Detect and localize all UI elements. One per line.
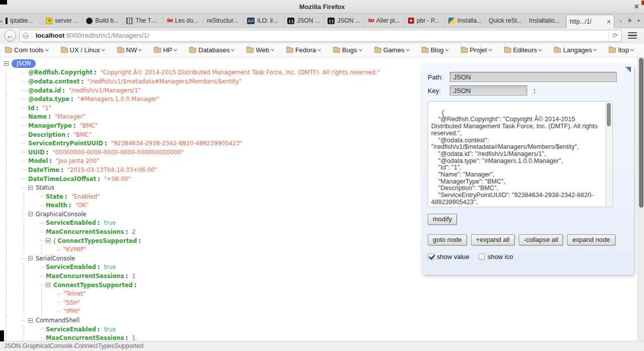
modify-button[interactable]: modify	[428, 214, 457, 225]
bookmark-folder-nw[interactable]: NW	[117, 46, 142, 54]
tree-leaf-value[interactable]: "Telnet"	[4, 289, 644, 298]
expand-all-button[interactable]: +expand all	[471, 234, 515, 245]
folder-icon	[609, 48, 616, 53]
json-icon: { }	[287, 18, 294, 24]
collapse-toggle-icon[interactable]	[46, 238, 50, 243]
folder-icon	[286, 48, 293, 53]
node-colon: :	[98, 219, 100, 226]
goto-node-button[interactable]: goto node	[428, 234, 467, 245]
collapse-toggle-icon[interactable]	[28, 186, 33, 190]
page-content: JSON@Redfish.Copyright:"Copyright Â© 201…	[0, 57, 644, 341]
tree-node-serviceenabled[interactable]: ServiceEnabled:true	[4, 325, 644, 334]
hamburger-menu-icon[interactable]	[625, 30, 640, 41]
tree-guide-line	[24, 192, 39, 201]
node-value: "Telnet"	[63, 290, 86, 297]
bookmark-label: Databases	[198, 46, 229, 54]
node-value: "#Managers.1.0.0.Manager"	[77, 96, 160, 103]
bookmark-folder-itop[interactable]: Itop	[609, 46, 633, 54]
node-key: ManagerType	[28, 122, 72, 129]
bookmark-folder-fedora[interactable]: Fedora	[286, 46, 320, 54]
tree-leaf-value[interactable]: "SSH"	[4, 298, 644, 307]
back-button[interactable]: ←	[4, 30, 16, 42]
key-input[interactable]: JSON	[450, 85, 527, 96]
window-close-icon[interactable]: ✕	[633, 3, 639, 11]
tab-pbr-p[interactable]: pbr - P...	[405, 14, 445, 28]
bookmark-folder-com-tools[interactable]: Com tools	[5, 46, 48, 54]
tree-leaf-value[interactable]: "IPMI"	[4, 307, 644, 316]
bookmark-label: Web	[256, 46, 269, 54]
tab-restructur[interactable]: reStructur...	[204, 14, 244, 28]
collapse-toggle-icon[interactable]	[46, 283, 50, 287]
sm-icon: ŚM	[167, 18, 173, 23]
tab-iptable[interactable]: iptable...	[3, 14, 43, 28]
folder-icon	[554, 48, 561, 53]
screen-artifact-bottom-left	[0, 330, 4, 341]
bookmark-folder-blog[interactable]: Blog	[422, 46, 448, 54]
checkbox-unchecked-icon[interactable]	[478, 253, 485, 260]
show-ico-checkbox[interactable]: show ico	[478, 253, 513, 260]
bookmark-folder-databases[interactable]: Databases	[189, 46, 234, 54]
path-input[interactable]: JSON	[450, 72, 617, 82]
tab-les-do[interactable]: ŚMLes do...	[164, 14, 204, 28]
node-colon: :	[48, 113, 51, 120]
node-value: "Joo Janta 200"	[56, 157, 100, 164]
tab-scroll-right-icon[interactable]: ›	[619, 17, 621, 25]
collapse-toggle-icon[interactable]	[28, 318, 33, 323]
bookmark-folder-bugs[interactable]: Bugs	[333, 46, 362, 54]
bookmark-folder-web[interactable]: Web	[247, 46, 274, 54]
json-textarea[interactable]: { "@Redfish.Copyright": "Copyright Â© 20…	[428, 101, 613, 207]
node-colon: :	[65, 193, 67, 200]
list-all-tabs-icon[interactable]: ▾	[637, 18, 640, 23]
tab-the-to[interactable]: The TO...	[123, 14, 164, 28]
tab-server[interactable]: ⑂server ...	[43, 14, 83, 28]
json-textarea-text: { "@Redfish.Copyright": "Copyright Â© 20…	[431, 109, 599, 207]
reload-icon[interactable]: ⟳	[608, 30, 621, 41]
bookmark-folder-ux-linux[interactable]: UX / Linux	[61, 46, 105, 54]
collapse-toggle-icon[interactable]	[4, 61, 9, 66]
bookmark-folder-editeurs[interactable]: Editeurs	[504, 46, 542, 54]
tab-close-icon[interactable]: ✕	[606, 19, 611, 25]
bookmark-folder-games[interactable]: Games	[374, 46, 409, 54]
tab-aller-pl[interactable]: ŚMAller pl...	[365, 14, 405, 28]
node-key: State	[46, 193, 63, 200]
tab-ilo-ilo[interactable]: iLOiLO: ilo...	[244, 14, 284, 28]
tab-installa[interactable]: Installa...	[445, 14, 486, 28]
node-value: true	[104, 264, 116, 271]
bookmark-folder-langages[interactable]: Langages	[554, 46, 596, 54]
collapse-all-button[interactable]: -collapse all	[519, 234, 564, 245]
tab-quick-rest[interactable]: Quick reSt...	[486, 14, 526, 28]
site-identity-globe-icon[interactable]	[23, 33, 29, 39]
tree-node-connecttypessupported[interactable]: ConnectTypesSupported:	[4, 281, 644, 290]
tab-installatio[interactable]: Installatio...	[526, 14, 566, 28]
url-bar[interactable]: localhost :8000/redfish/v1/Managers/1/ ⟳	[19, 30, 622, 42]
textarea-scrollbar-thumb[interactable]	[607, 103, 611, 126]
node-key: ConnectTypesSupported	[53, 282, 133, 289]
collapse-toggle-icon[interactable]	[28, 256, 33, 260]
textarea-scrollbar[interactable]	[605, 102, 612, 206]
checkbox-checked-icon[interactable]	[428, 253, 434, 260]
library-icon	[126, 18, 133, 24]
tab-json[interactable]: { }JSON ...	[284, 14, 325, 28]
tab-json[interactable]: { }JSON ...	[325, 14, 365, 28]
node-value: "Copyright Â© 2014-2015 Distributed Mana…	[101, 69, 380, 76]
tree-node-maxconcurrentsessions[interactable]: MaxConcurrentSessions:1	[4, 333, 644, 341]
node-value: "IPMI"	[63, 308, 80, 315]
tree-connector-line	[22, 320, 26, 321]
bookmark-folder-hp[interactable]: HP	[154, 46, 177, 54]
tab-build-b[interactable]: Build b...	[83, 14, 123, 28]
show-value-checkbox[interactable]: show value	[428, 253, 469, 260]
server-icon: ⑂	[46, 18, 52, 24]
tab-http-1[interactable]: http.../1/✕	[566, 15, 614, 28]
page-scrollbar[interactable]	[637, 57, 644, 341]
new-tab-icon[interactable]: +	[627, 16, 632, 25]
node-colon: :	[36, 105, 39, 112]
tree-node-commandshell[interactable]: CommandShell	[4, 316, 644, 325]
page-scrollbar-thumb[interactable]	[639, 58, 643, 208]
expand-node-button[interactable]: expand node	[567, 234, 615, 245]
bookmark-label: Langages	[563, 46, 592, 54]
node-key: CommandShell	[36, 317, 79, 324]
panel-collapse-triangle-icon[interactable]	[625, 67, 631, 72]
selected-node-label[interactable]: JSON	[12, 59, 36, 68]
collapse-toggle-icon[interactable]	[28, 212, 33, 216]
bookmark-folder-projet[interactable]: Projet	[461, 46, 492, 54]
